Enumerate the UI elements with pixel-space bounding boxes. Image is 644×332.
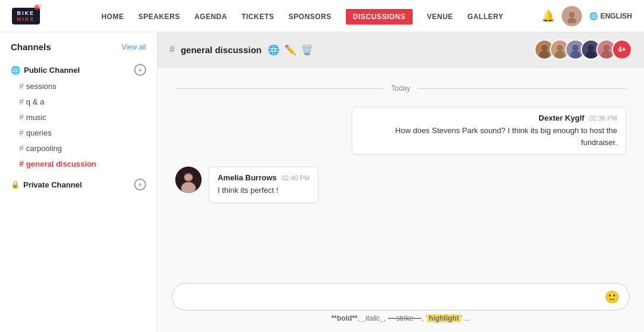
top-nav: BIKE MIKE HOME SPEAKERS AGENDA TICKETS S… <box>0 0 644 32</box>
user-avatar-img <box>565 9 579 23</box>
nav-home[interactable]: HOME <box>101 11 124 21</box>
svg-point-18 <box>603 45 610 51</box>
channel-queries[interactable]: # queries <box>0 125 157 140</box>
svg-point-9 <box>557 45 564 51</box>
message-avatar-2 <box>175 167 202 193</box>
chat-title: # general discussion 🌐 ✏️ 🗑️ <box>169 44 313 56</box>
channel-music[interactable]: # music <box>0 109 157 125</box>
logo-box: BIKE MIKE <box>12 8 40 24</box>
message-bubble-1: Dexter Kyglf 02:36 PM How does Stevens P… <box>352 107 626 155</box>
svg-point-12 <box>572 45 579 51</box>
channel-general-discussion[interactable]: # general discussion <box>0 156 157 171</box>
message-left: Amelia Burrows 02:40 PM I think its perf… <box>175 167 626 203</box>
bold-hint: **bold** <box>332 314 358 322</box>
add-private-channel-button[interactable]: + <box>134 179 146 190</box>
message-right: Dexter Kyglf 02:36 PM How does Stevens P… <box>175 107 626 155</box>
message-avatar-img-2 <box>175 167 202 193</box>
language-selector[interactable]: 🌐 ENGLISH <box>589 12 632 20</box>
user-avatar[interactable] <box>562 6 582 26</box>
nav-venue[interactable]: VENUE <box>427 11 453 21</box>
globe-chat-icon[interactable]: 🌐 <box>268 44 280 56</box>
logo-decoration <box>30 3 44 16</box>
italic-hint: _italic_ <box>361 314 383 322</box>
highlight-hint: highlight <box>427 314 461 322</box>
message-text-1: How does Stevens Park sound? I think its… <box>361 125 617 148</box>
globe-icon: 🌐 <box>589 12 598 20</box>
message-bubble-2: Amelia Burrows 02:40 PM I think its perf… <box>209 167 318 203</box>
chat-hash: # <box>169 44 175 55</box>
view-all-link[interactable]: View all <box>122 43 146 51</box>
private-channel-title: 🔒 Private Channel <box>11 180 82 189</box>
sidebar-title: Channels <box>11 42 51 52</box>
nav-sponsors[interactable]: SPONSORS <box>289 11 332 21</box>
sidebar: Channels View all 🌐 Public Channel + # s… <box>0 32 157 332</box>
chat-area: # general discussion 🌐 ✏️ 🗑️ <box>157 32 644 332</box>
header-avatars: 4+ <box>534 39 632 60</box>
more-hint: ... <box>464 314 470 322</box>
nav-agenda[interactable]: AGENDA <box>194 11 227 21</box>
nav-links: HOME SPEAKERS AGENDA TICKETS SPONSORS DI… <box>64 11 541 21</box>
nav-discussions[interactable]: DISCUSSIONS <box>346 11 413 21</box>
private-channel-header: 🔒 Private Channel + <box>0 171 157 193</box>
svg-point-3 <box>569 11 575 17</box>
input-box[interactable]: 🙂 <box>172 283 630 311</box>
logo: BIKE MIKE <box>12 8 40 24</box>
date-divider: Today <box>175 84 626 93</box>
nav-gallery[interactable]: GALLERY <box>467 11 503 21</box>
chat-channel-name: general discussion <box>181 45 262 55</box>
chat-header: # general discussion 🌐 ✏️ 🗑️ <box>157 32 644 67</box>
add-public-channel-button[interactable]: + <box>134 64 146 76</box>
trash-icon[interactable]: 🗑️ <box>301 44 313 56</box>
message-time-1: 02:36 PM <box>589 115 617 122</box>
message-sender-1: Dexter Kyglf <box>538 113 584 122</box>
public-channel-title: 🌐 Public Channel <box>11 66 80 75</box>
avatar-overflow-count: 4+ <box>612 39 632 60</box>
message-text-2: I think its perfect ! <box>218 185 309 196</box>
channel-sessions[interactable]: # sessions <box>0 78 157 94</box>
chat-header-icons: 🌐 ✏️ 🗑️ <box>268 44 313 56</box>
public-channel-header: 🌐 Public Channel + <box>0 59 157 78</box>
globe-small-icon: 🌐 <box>11 66 20 75</box>
message-sender-2: Amelia Burrows <box>218 173 277 182</box>
date-divider-text: Today <box>391 84 410 93</box>
emoji-button[interactable]: 🙂 <box>605 290 620 304</box>
channel-carpooling[interactable]: # carpooling <box>0 140 157 156</box>
main-layout: Channels View all 🌐 Public Channel + # s… <box>0 32 644 332</box>
message-input[interactable] <box>182 293 600 302</box>
message-time-2: 02:40 PM <box>281 174 309 182</box>
bell-icon[interactable]: 🔔 <box>541 10 555 23</box>
messages-area[interactable]: Today Dexter Kyglf 02:36 PM How does Ste… <box>157 67 644 276</box>
strike-hint: ~~strike~~ <box>388 314 422 322</box>
message-meta-1: Dexter Kyglf 02:36 PM <box>361 113 617 122</box>
formatting-hints: **bold**, _italic_, ~~strike~~, 'highlig… <box>172 314 630 322</box>
svg-point-6 <box>541 45 548 51</box>
svg-point-23 <box>184 174 193 181</box>
channel-qa[interactable]: # q & a <box>0 94 157 109</box>
edit-icon[interactable]: ✏️ <box>284 44 296 56</box>
svg-point-15 <box>588 45 595 51</box>
lock-icon: 🔒 <box>11 180 20 189</box>
logo-bottom: MIKE <box>17 16 35 22</box>
svg-point-1 <box>38 4 41 7</box>
input-area: 🙂 **bold**, _italic_, ~~strike~~, 'highl… <box>157 276 644 332</box>
nav-speakers[interactable]: SPEAKERS <box>138 11 180 21</box>
message-meta-2: Amelia Burrows 02:40 PM <box>218 173 309 182</box>
nav-tickets[interactable]: TICKETS <box>242 11 274 21</box>
nav-right: 🔔 🌐 ENGLISH <box>541 6 632 26</box>
sidebar-header: Channels View all <box>0 42 157 59</box>
language-label: ENGLISH <box>600 12 632 20</box>
